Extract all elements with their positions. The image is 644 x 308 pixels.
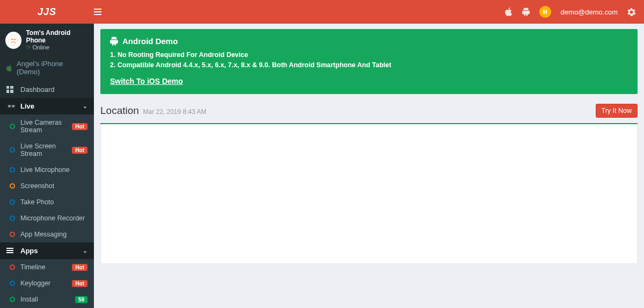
nav-timeline[interactable]: TimelineHot [0,259,94,275]
apple-icon [6,65,12,71]
svg-rect-2 [94,14,101,15]
grid-icon [6,86,16,93]
apple-icon[interactable] [505,8,513,16]
device-name: Tom's Android Phone [26,29,89,44]
svg-rect-9 [10,90,13,93]
page-header: Location Mar 22, 2019 8:43 AM Try It Now [100,104,638,118]
nav-keylogger[interactable]: KeyloggerHot [0,275,94,291]
svg-rect-6 [6,86,9,89]
nav-app-messaging[interactable]: App Messaging [0,226,94,242]
sidebar-menu: Dashboard 👓 Live ⌄ Live Cameras StreamHo… [0,81,94,308]
nav-screenshot[interactable]: Screenshot [0,178,94,194]
info-banner: Android Demo 1. No Rooting Required For … [100,29,638,94]
nav-mic-recorder[interactable]: Microphone Recorder [0,210,94,226]
nav-live-screen[interactable]: Live Screen StreamHot [0,138,94,162]
page-timestamp: Mar 22, 2019 8:43 AM [143,108,206,116]
hamburger-toggle[interactable] [94,9,115,15]
svg-rect-7 [10,86,13,89]
bars-icon [94,9,101,15]
nav-live-cameras[interactable]: Live Cameras StreamHot [0,114,94,138]
user-email[interactable]: demo@demo.com [561,8,618,16]
chevron-down-icon: ⌄ [83,247,87,254]
android-icon[interactable] [522,8,530,16]
page-title: Location [100,105,139,116]
top-bar: JJS M demo@demo.com [0,0,644,24]
user-avatar-icon[interactable]: M [539,6,551,18]
main-content: Android Demo 1. No Rooting Required For … [94,24,644,308]
settings-icon[interactable] [627,8,635,16]
svg-rect-12 [6,252,13,253]
list-icon [6,248,16,254]
svg-point-4 [11,38,13,40]
nav-install[interactable]: Install59 [0,291,94,307]
brand-logo[interactable]: JJS [0,0,94,24]
chevron-down-icon: ⌄ [83,103,87,110]
svg-rect-1 [94,11,101,12]
device-avatar-icon [5,32,21,49]
try-it-now-button[interactable]: Try It Now [596,104,638,118]
device-status: ⟳ Online [26,44,89,51]
banner-title-text: Android Demo [122,37,178,46]
nav-take-photo[interactable]: Take Photo [0,194,94,210]
binoculars-icon: 👓 [6,102,16,110]
svg-rect-11 [6,250,13,251]
section-apps[interactable]: Apps ⌄ [0,242,94,259]
svg-point-5 [14,38,16,40]
section-live[interactable]: 👓 Live ⌄ [0,98,94,114]
nav-dashboard[interactable]: Dashboard [0,81,94,98]
svg-rect-0 [94,9,101,10]
banner-line-2: 2. Compatible Android 4.4.x, 5.x, 6.x, 7… [110,60,628,70]
android-icon [110,37,118,46]
svg-point-3 [9,35,18,45]
svg-rect-8 [6,90,9,93]
banner-line-1: 1. No Rooting Required For Android Devic… [110,50,628,60]
top-right-actions: M demo@demo.com [505,6,644,18]
content-card [100,124,638,264]
svg-rect-10 [6,248,13,249]
nav-live-mic[interactable]: Live Microphone [0,162,94,178]
switch-ios-link[interactable]: Switch To iOS Demo [110,77,183,85]
device-user-panel: Tom's Android Phone ⟳ Online [0,24,94,54]
sidebar: Tom's Android Phone ⟳ Online Angel's iPh… [0,24,94,308]
alt-device-link[interactable]: Angel's iPhone (Demo) [0,54,94,81]
